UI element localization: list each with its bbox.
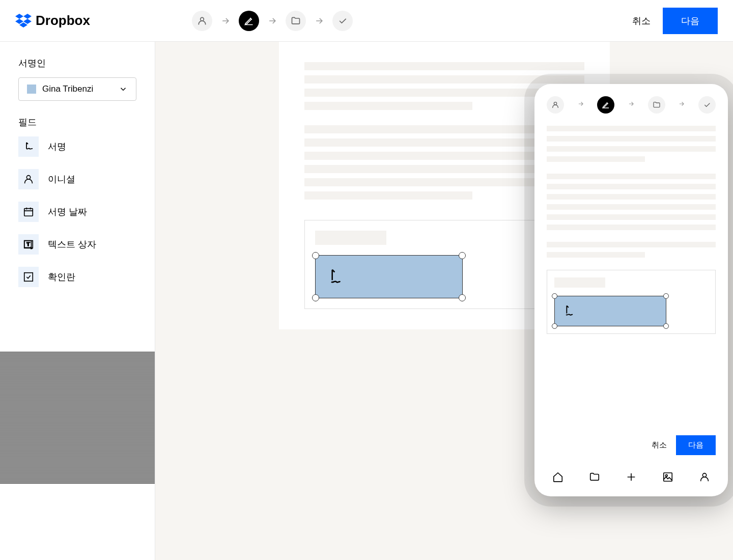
text-placeholder [547,204,716,210]
person-icon [551,101,559,109]
cancel-button[interactable]: 취소 [652,440,667,450]
resize-handle[interactable] [663,323,669,329]
step-edit[interactable] [597,96,614,114]
step-folder[interactable] [286,11,306,31]
signature-block [547,270,716,334]
svg-rect-2 [24,209,33,216]
image-icon [662,471,673,483]
field-textbox[interactable]: T 텍스트 상자 [18,234,136,255]
nav-home[interactable] [551,470,565,484]
signer-color-swatch [27,85,36,94]
field-label: 텍스트 상자 [48,238,96,250]
text-placeholder [315,231,386,245]
resize-handle[interactable] [312,252,319,259]
field-signature[interactable]: 서명 [18,136,136,157]
text-placeholder [304,62,584,70]
field-label: 서명 [48,141,66,153]
nav-account[interactable] [697,470,712,484]
date-icon [18,202,39,222]
next-button[interactable]: 다음 [663,8,718,34]
signature-field[interactable] [315,255,463,298]
mobile-actions: 취소 다음 [547,428,716,462]
svg-point-9 [665,474,667,477]
resize-handle[interactable] [552,293,557,299]
svg-rect-6 [24,273,33,282]
fields-label: 필드 [18,116,136,128]
arrow-icon [267,16,277,26]
brand-name: Dropbox [36,13,90,29]
text-placeholder [304,75,584,83]
field-initials[interactable]: 이니셜 [18,169,136,189]
nav-files[interactable] [587,470,602,484]
mobile-stepper [547,96,716,114]
logo[interactable]: Dropbox [15,13,90,29]
text-placeholder [547,214,716,220]
checkbox-icon [18,267,39,287]
next-button[interactable]: 다음 [676,435,716,455]
step-edit[interactable] [239,11,259,31]
svg-point-10 [702,473,706,477]
field-checkbox[interactable]: 확인란 [18,267,136,287]
stepper [192,11,353,31]
person-icon [197,16,207,26]
cancel-button[interactable]: 취소 [632,15,651,27]
step-signer[interactable] [547,96,564,114]
pen-icon [244,16,254,26]
textbox-icon: T [18,234,39,255]
dropbox-icon [15,14,32,28]
step-done[interactable] [698,96,716,114]
field-label: 서명 날짜 [48,206,87,218]
text-placeholder [547,174,716,179]
resize-handle[interactable] [663,293,669,299]
resize-handle[interactable] [552,323,557,329]
mobile-nav [547,462,716,484]
step-signer[interactable] [192,11,212,31]
text-placeholder [547,194,716,200]
check-icon [337,16,348,26]
arrow-icon [628,100,635,109]
field-label: 이니셜 [48,173,75,185]
text-placeholder [554,277,605,288]
text-placeholder [547,252,645,258]
text-placeholder [547,136,716,142]
resize-handle[interactable] [459,294,466,301]
text-placeholder [547,225,716,230]
plus-icon [626,471,637,483]
text-placeholder [547,156,645,162]
text-placeholder [304,102,472,110]
text-placeholder [547,184,716,189]
folder-icon [291,16,301,26]
svg-point-0 [201,17,204,21]
resize-handle[interactable] [459,252,466,259]
nav-photos[interactable] [661,470,675,484]
text-placeholder [547,242,716,247]
field-date[interactable]: 서명 날짜 [18,202,136,222]
svg-point-7 [554,102,556,105]
step-done[interactable] [332,11,353,31]
pen-icon [602,101,610,109]
text-placeholder [547,126,716,131]
field-list: 서명 이니셜 서명 날짜 T 텍스트 상자 [18,136,136,287]
svg-point-1 [26,176,30,179]
check-icon [703,101,711,109]
text-placeholder [304,191,472,200]
arrow-icon [678,100,685,109]
arrow-icon [314,16,324,26]
signature-field[interactable] [554,296,666,326]
signers-label: 서명인 [18,57,136,69]
folder-icon [589,471,600,483]
signature-icon [18,136,39,157]
chevron-down-icon [119,85,128,94]
mobile-preview: 취소 다음 [534,84,728,496]
text-placeholder [547,146,716,152]
nav-add[interactable] [624,470,638,484]
signature-icon [326,267,345,287]
arrow-icon [220,16,231,26]
signature-icon [562,304,576,318]
header: Dropbox 취소 다음 [0,0,733,42]
home-icon [552,471,563,483]
signer-dropdown[interactable]: Gina Tribenzi [18,77,136,101]
step-folder[interactable] [648,96,665,114]
sidebar: 서명인 Gina Tribenzi 필드 서명 이니셜 [0,42,155,560]
resize-handle[interactable] [312,294,319,301]
